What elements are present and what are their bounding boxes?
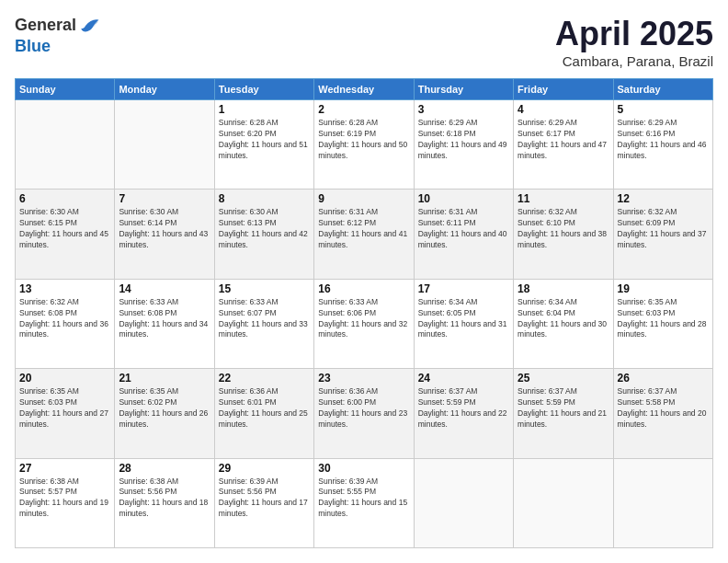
day-number: 23 <box>318 372 409 385</box>
day-number: 5 <box>618 103 709 116</box>
calendar-table: SundayMondayTuesdayWednesdayThursdayFrid… <box>15 78 713 548</box>
day-info: Sunrise: 6:28 AM Sunset: 6:20 PM Dayligh… <box>219 118 310 162</box>
day-cell: 10Sunrise: 6:31 AM Sunset: 6:11 PM Dayli… <box>414 190 513 279</box>
logo-general-text: General <box>15 16 76 36</box>
day-cell: 24Sunrise: 6:37 AM Sunset: 5:59 PM Dayli… <box>414 369 513 458</box>
week-row-5: 27Sunrise: 6:38 AM Sunset: 5:57 PM Dayli… <box>16 458 713 547</box>
month-title: April 2025 <box>555 15 713 53</box>
day-cell: 1Sunrise: 6:28 AM Sunset: 6:20 PM Daylig… <box>214 100 313 190</box>
day-number: 11 <box>518 192 609 205</box>
logo-blue-text: Blue <box>15 37 51 55</box>
day-info: Sunrise: 6:32 AM Sunset: 6:09 PM Dayligh… <box>618 207 709 251</box>
day-info: Sunrise: 6:35 AM Sunset: 6:03 PM Dayligh… <box>618 297 709 341</box>
weekday-header-tuesday: Tuesday <box>214 79 313 100</box>
weekday-header-row: SundayMondayTuesdayWednesdayThursdayFrid… <box>16 79 713 100</box>
day-cell <box>613 458 712 547</box>
day-info: Sunrise: 6:31 AM Sunset: 6:12 PM Dayligh… <box>318 207 409 251</box>
day-cell: 15Sunrise: 6:33 AM Sunset: 6:07 PM Dayli… <box>214 279 313 368</box>
day-info: Sunrise: 6:30 AM Sunset: 6:14 PM Dayligh… <box>119 207 210 251</box>
day-info: Sunrise: 6:31 AM Sunset: 6:11 PM Dayligh… <box>418 207 509 251</box>
weekday-header-thursday: Thursday <box>414 79 513 100</box>
day-cell: 9Sunrise: 6:31 AM Sunset: 6:12 PM Daylig… <box>314 190 414 279</box>
day-cell: 28Sunrise: 6:38 AM Sunset: 5:56 PM Dayli… <box>115 458 214 547</box>
day-number: 28 <box>119 462 210 475</box>
day-cell: 27Sunrise: 6:38 AM Sunset: 5:57 PM Dayli… <box>16 458 115 547</box>
day-info: Sunrise: 6:34 AM Sunset: 6:05 PM Dayligh… <box>418 297 509 341</box>
header: General Blue April 2025 Cambara, Parana,… <box>15 15 713 69</box>
day-cell: 4Sunrise: 6:29 AM Sunset: 6:17 PM Daylig… <box>514 100 613 190</box>
day-info: Sunrise: 6:30 AM Sunset: 6:15 PM Dayligh… <box>19 207 110 251</box>
day-cell: 22Sunrise: 6:36 AM Sunset: 6:01 PM Dayli… <box>214 369 313 458</box>
day-cell: 20Sunrise: 6:35 AM Sunset: 6:03 PM Dayli… <box>16 369 115 458</box>
day-info: Sunrise: 6:37 AM Sunset: 5:59 PM Dayligh… <box>518 386 609 431</box>
day-number: 13 <box>19 282 110 295</box>
day-number: 8 <box>219 192 310 205</box>
day-number: 1 <box>219 103 310 116</box>
weekday-header-friday: Friday <box>514 79 613 100</box>
day-number: 19 <box>618 282 709 295</box>
day-info: Sunrise: 6:36 AM Sunset: 6:00 PM Dayligh… <box>318 386 409 431</box>
day-cell: 25Sunrise: 6:37 AM Sunset: 5:59 PM Dayli… <box>514 369 613 458</box>
day-number: 16 <box>318 282 409 295</box>
day-cell: 19Sunrise: 6:35 AM Sunset: 6:03 PM Dayli… <box>613 279 712 368</box>
day-cell: 8Sunrise: 6:30 AM Sunset: 6:13 PM Daylig… <box>214 190 313 279</box>
day-number: 12 <box>618 192 709 205</box>
day-number: 6 <box>19 192 110 205</box>
day-info: Sunrise: 6:29 AM Sunset: 6:17 PM Dayligh… <box>518 118 609 162</box>
day-info: Sunrise: 6:28 AM Sunset: 6:19 PM Dayligh… <box>318 118 409 162</box>
day-number: 25 <box>518 372 609 385</box>
logo: General Blue <box>15 15 100 57</box>
day-number: 22 <box>219 372 310 385</box>
day-cell: 6Sunrise: 6:30 AM Sunset: 6:15 PM Daylig… <box>16 190 115 279</box>
day-cell: 13Sunrise: 6:32 AM Sunset: 6:08 PM Dayli… <box>16 279 115 368</box>
day-cell: 7Sunrise: 6:30 AM Sunset: 6:14 PM Daylig… <box>115 190 214 279</box>
day-number: 27 <box>19 462 110 475</box>
day-number: 17 <box>418 282 509 295</box>
day-info: Sunrise: 6:32 AM Sunset: 6:08 PM Dayligh… <box>19 297 110 341</box>
day-number: 15 <box>219 282 310 295</box>
day-cell: 30Sunrise: 6:39 AM Sunset: 5:55 PM Dayli… <box>314 458 414 547</box>
day-number: 14 <box>119 282 210 295</box>
day-number: 18 <box>518 282 609 295</box>
day-number: 30 <box>318 462 409 475</box>
day-number: 20 <box>19 372 110 385</box>
day-number: 26 <box>618 372 709 385</box>
day-cell: 2Sunrise: 6:28 AM Sunset: 6:19 PM Daylig… <box>314 100 414 190</box>
day-cell: 3Sunrise: 6:29 AM Sunset: 6:18 PM Daylig… <box>414 100 513 190</box>
day-number: 2 <box>318 103 409 116</box>
day-cell <box>414 458 513 547</box>
day-info: Sunrise: 6:34 AM Sunset: 6:04 PM Dayligh… <box>518 297 609 341</box>
day-info: Sunrise: 6:29 AM Sunset: 6:18 PM Dayligh… <box>418 118 509 162</box>
day-info: Sunrise: 6:30 AM Sunset: 6:13 PM Dayligh… <box>219 207 310 251</box>
day-info: Sunrise: 6:37 AM Sunset: 5:58 PM Dayligh… <box>618 386 709 431</box>
title-block: April 2025 Cambara, Parana, Brazil <box>555 15 713 69</box>
page: General Blue April 2025 Cambara, Parana,… <box>0 0 728 563</box>
day-cell: 18Sunrise: 6:34 AM Sunset: 6:04 PM Dayli… <box>514 279 613 368</box>
day-info: Sunrise: 6:32 AM Sunset: 6:10 PM Dayligh… <box>518 207 609 251</box>
day-cell: 11Sunrise: 6:32 AM Sunset: 6:10 PM Dayli… <box>514 190 613 279</box>
day-info: Sunrise: 6:29 AM Sunset: 6:16 PM Dayligh… <box>618 118 709 162</box>
day-info: Sunrise: 6:35 AM Sunset: 6:03 PM Dayligh… <box>19 386 110 431</box>
day-cell: 21Sunrise: 6:35 AM Sunset: 6:02 PM Dayli… <box>115 369 214 458</box>
location: Cambara, Parana, Brazil <box>555 53 713 69</box>
day-info: Sunrise: 6:38 AM Sunset: 5:57 PM Dayligh… <box>19 477 110 521</box>
day-number: 3 <box>418 103 509 116</box>
week-row-1: 1Sunrise: 6:28 AM Sunset: 6:20 PM Daylig… <box>16 100 713 190</box>
day-info: Sunrise: 6:38 AM Sunset: 5:56 PM Dayligh… <box>119 477 210 521</box>
day-info: Sunrise: 6:36 AM Sunset: 6:01 PM Dayligh… <box>219 386 310 431</box>
day-cell: 23Sunrise: 6:36 AM Sunset: 6:00 PM Dayli… <box>314 369 414 458</box>
day-cell: 16Sunrise: 6:33 AM Sunset: 6:06 PM Dayli… <box>314 279 414 368</box>
day-number: 24 <box>418 372 509 385</box>
day-number: 10 <box>418 192 509 205</box>
day-cell <box>514 458 613 547</box>
week-row-3: 13Sunrise: 6:32 AM Sunset: 6:08 PM Dayli… <box>16 279 713 368</box>
day-info: Sunrise: 6:33 AM Sunset: 6:08 PM Dayligh… <box>119 297 210 341</box>
weekday-header-monday: Monday <box>115 79 214 100</box>
logo-bird-icon <box>78 15 100 37</box>
week-row-2: 6Sunrise: 6:30 AM Sunset: 6:15 PM Daylig… <box>16 190 713 279</box>
day-cell <box>16 100 115 190</box>
weekday-header-sunday: Sunday <box>16 79 115 100</box>
day-cell: 5Sunrise: 6:29 AM Sunset: 6:16 PM Daylig… <box>613 100 712 190</box>
day-info: Sunrise: 6:39 AM Sunset: 5:55 PM Dayligh… <box>318 477 409 521</box>
day-cell: 12Sunrise: 6:32 AM Sunset: 6:09 PM Dayli… <box>613 190 712 279</box>
